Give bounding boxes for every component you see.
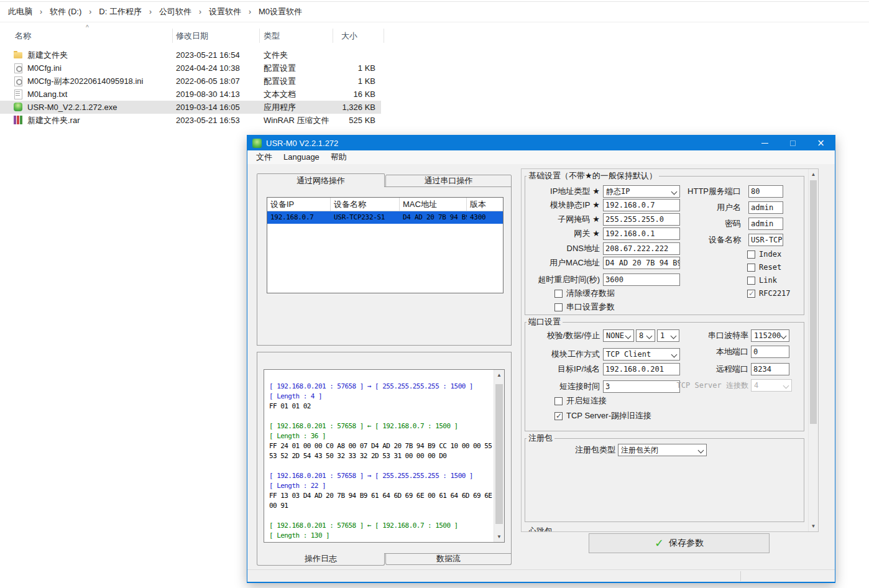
column-device-name[interactable]: 设备名称 [331, 198, 400, 211]
breadcrumb-item[interactable]: 设置软件 [205, 2, 246, 22]
rar-file-icon [13, 115, 23, 125]
rfc2217-checkbox[interactable]: RFC2217 [747, 289, 791, 298]
log-group: [ 192.168.0.201 : 57658 ] → [ 255.255.25… [257, 352, 512, 554]
tab-operation-log[interactable]: 操作日志 [257, 553, 385, 566]
username-input[interactable]: admin [748, 201, 783, 214]
file-date: 2019-08-30 14:13 [176, 88, 240, 101]
log-line: FF 01 01 02 [269, 402, 494, 411]
databits-select[interactable]: 8 [636, 329, 655, 342]
file-type: 应用程序 [264, 101, 296, 114]
file-row-selected[interactable]: USR-M0_V2.2.1.272.exe 2019-03-14 16:05 应… [0, 101, 381, 114]
tab-serial-operation[interactable]: 通过串口操作 [385, 175, 512, 187]
work-mode-select[interactable]: TCP Client [603, 348, 680, 361]
tab-data-stream[interactable]: 数据流 [385, 554, 512, 565]
clear-cache-checkbox[interactable]: 清除缓存数据 [554, 289, 615, 298]
settings-scrollbar[interactable]: ▲ ▼ [808, 169, 818, 531]
file-name: 新建文件夹.rar [27, 114, 80, 127]
file-row[interactable]: M0Cfg.ini 2024-04-24 10:38 配置设置 1 KB [0, 62, 381, 75]
network-operation-page: 设备IP 设备名称 MAC地址 版本 192.168.0.7 USR-TCP23… [257, 186, 512, 346]
http-port-input[interactable]: 80 [748, 185, 783, 198]
tab-network-operation[interactable]: 通过网络操作 [257, 173, 385, 187]
breadcrumb-item[interactable]: D: 工作程序 [94, 2, 146, 22]
file-date: 2024-04-24 10:38 [176, 62, 240, 75]
file-type: 配置设置 [264, 75, 296, 88]
column-divider[interactable] [259, 29, 260, 43]
short-conn-checkbox[interactable]: 开启短连接 [554, 397, 607, 405]
log-line: [ 192.168.0.201 : 57658 ] ← [ 192.168.0.… [269, 521, 494, 531]
file-type: 文本文档 [264, 88, 296, 101]
column-divider[interactable] [384, 29, 384, 43]
file-size: 1 KB [311, 62, 375, 75]
required-star-icon: ★ [592, 186, 600, 196]
device-table: 设备IP 设备名称 MAC地址 版本 192.168.0.7 USR-TCP23… [267, 197, 503, 293]
text-file-icon [13, 89, 23, 99]
column-mac-address[interactable]: MAC地址 [400, 198, 467, 211]
file-row[interactable]: M0Cfg-副本20220614095918.ini 2022-06-05 18… [0, 75, 381, 88]
device-table-header: 设备IP 设备名称 MAC地址 版本 [267, 198, 503, 211]
parity-select[interactable]: NONE [603, 329, 634, 342]
column-header-date[interactable]: 修改日期 [176, 30, 208, 42]
log-line: [ Length : 36 ] [269, 431, 494, 441]
column-header-name[interactable]: 名称 [15, 30, 31, 42]
breadcrumb-item[interactable]: 软件 (D:) [45, 2, 86, 22]
scroll-down-icon[interactable]: ▼ [809, 521, 818, 531]
menu-language[interactable]: Language [278, 150, 325, 164]
usr-m0-config-window: USR-M0 V2.2.1.272 × 文件 Language 帮助 通过网络操… [247, 135, 835, 583]
breadcrumb-item[interactable]: M0设置软件 [254, 2, 306, 22]
serial-params-checkbox[interactable]: 串口设置参数 [554, 303, 615, 311]
log-line: [ 192.168.0.201 : 57658 ] ← [ 192.168.0.… [269, 421, 494, 431]
column-device-ip[interactable]: 设备IP [267, 198, 331, 211]
column-version[interactable]: 版本 [467, 198, 502, 211]
mac-input[interactable]: D4 AD 20 7B 94 B9 [603, 257, 680, 269]
save-params-button[interactable]: ✓ 保存参数 [589, 533, 770, 553]
close-button[interactable]: × [807, 136, 835, 150]
breadcrumb-item[interactable]: 公司软件 [155, 2, 196, 22]
target-ip-input[interactable]: 192.168.0.201 [603, 363, 680, 375]
timeout-input[interactable]: 3600 [603, 273, 680, 286]
tcp-conn-count-select: 4 [751, 379, 792, 392]
scrollbar-thumb[interactable] [810, 180, 817, 424]
device-row-selected[interactable]: 192.168.0.7 USR-TCP232-S1 D4 AD 20 7B 94… [267, 211, 503, 224]
column-header-type[interactable]: 类型 [264, 30, 280, 42]
log-line [269, 411, 494, 421]
local-port-input[interactable]: 0 [751, 346, 789, 358]
checkbox-icon [747, 277, 755, 285]
log-line: FF 24 01 00 00 C0 A8 00 07 D4 AD 20 7B 9… [269, 441, 494, 451]
scrollbar-thumb[interactable] [495, 384, 503, 524]
regpack-type-select[interactable]: 注册包关闭 [618, 444, 707, 456]
column-divider[interactable] [172, 29, 173, 43]
log-scrollbar[interactable]: ▲ ▼ [494, 370, 504, 542]
ini-file-icon [13, 76, 23, 86]
exe-file-icon [13, 102, 23, 112]
menu-file[interactable]: 文件 [251, 150, 278, 164]
file-row[interactable]: 新建文件夹.rar 2023-05-21 16:53 WinRAR 压缩文件 5… [0, 114, 381, 127]
kick-old-checkbox[interactable]: TCP Server-踢掉旧连接 [554, 411, 651, 420]
scroll-up-icon[interactable]: ▲ [809, 169, 818, 180]
chevron-right-icon: › [246, 7, 254, 16]
file-name: M0Cfg.ini [27, 62, 62, 75]
baud-select[interactable]: 115200 [751, 329, 789, 342]
log-output[interactable]: [ 192.168.0.201 : 57658 ] → [ 255.255.25… [264, 369, 505, 543]
link-checkbox[interactable]: Link [747, 276, 777, 285]
column-divider[interactable] [333, 29, 333, 43]
chevron-right-icon: › [146, 7, 155, 16]
device-name-input[interactable]: USR-TCP23 [748, 234, 783, 246]
password-input[interactable]: admin [748, 218, 783, 230]
minimize-button[interactable] [751, 136, 779, 150]
breadcrumb-item[interactable]: 此电脑 [4, 2, 37, 22]
file-row[interactable]: M0Lang.txt 2019-08-30 14:13 文本文档 16 KB [0, 88, 381, 101]
save-params-label: 保存参数 [669, 538, 704, 549]
file-row[interactable]: 新建文件夹 2023-05-21 16:54 文件夹 [0, 48, 381, 62]
file-size: 1 KB [311, 75, 375, 88]
column-header-size[interactable]: 大小 [341, 30, 357, 42]
remote-port-input[interactable]: 8234 [751, 363, 789, 375]
menu-help[interactable]: 帮助 [325, 150, 352, 164]
index-checkbox[interactable]: Index [747, 250, 781, 259]
reset-checkbox[interactable]: Reset [747, 263, 781, 272]
file-name: M0Lang.txt [27, 88, 67, 101]
scroll-down-icon[interactable]: ▼ [494, 531, 504, 542]
device-name: USR-TCP232-S1 [331, 211, 400, 224]
log-line [269, 511, 494, 521]
scroll-up-icon[interactable]: ▲ [494, 370, 504, 380]
title-bar[interactable]: USR-M0 V2.2.1.272 × [247, 136, 835, 150]
